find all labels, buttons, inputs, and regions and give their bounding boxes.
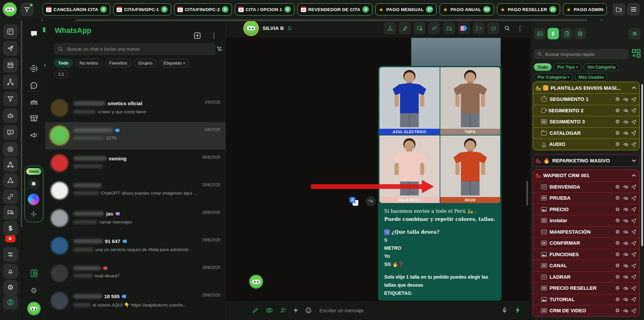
quick-reply-item[interactable]: CATALOGAR ⚙ [533, 127, 639, 139]
new-folder-button[interactable] [612, 3, 625, 16]
preview-eye-icon[interactable] [623, 240, 629, 246]
send-icon[interactable] [631, 108, 637, 113]
list-item[interactable]: nual desea? 29/8/2025 [45, 260, 226, 287]
network-button[interactable] [3, 157, 18, 172]
send-icon[interactable] [631, 274, 637, 280]
preview-eye-icon[interactable] [623, 218, 629, 224]
megaphone-tab[interactable] [22, 131, 45, 139]
chat-search-bar[interactable] [54, 43, 216, 55]
send-icon[interactable] [631, 308, 637, 314]
channels-tab[interactable] [22, 81, 45, 90]
send-icon[interactable] [631, 119, 637, 125]
filter-chip-favoritos[interactable]: Favoritos [105, 58, 131, 68]
grid-tool-icon[interactable]: ✣ [29, 210, 38, 218]
send-icon[interactable] [631, 240, 637, 246]
label-tab[interactable]: CITA / OPCION 1 0 [235, 3, 294, 15]
calendar-button[interactable] [3, 58, 18, 73]
menu-button[interactable] [627, 3, 640, 16]
contact-card-tab[interactable] [534, 28, 546, 39]
contact-name[interactable]: SILVIA B [263, 25, 284, 31]
emoji-icon[interactable] [305, 307, 312, 314]
payments-button[interactable]: $ [3, 221, 18, 236]
label-tab[interactable]: CITA/FIN/OPC-2 0 [174, 3, 232, 15]
quick-reply-item[interactable]: AUDIO ⚙ [533, 138, 639, 150]
list-item[interactable]: 18 595 el videos AQUÍ 👇 https://wapibotc… [45, 287, 226, 315]
filter-gear-icon[interactable] [216, 46, 223, 52]
forward-message-icon[interactable]: ↷ [366, 196, 376, 206]
filter-chip-grupos[interactable]: Grupos [134, 58, 157, 68]
exit-chat-button[interactable] [473, 22, 485, 34]
group-header[interactable]: PLANTILLAS ENVIOS MASI... [533, 82, 639, 93]
quick-reply-item[interactable]: PRECIO ⚙ [533, 204, 639, 215]
quick-reply-item[interactable]: PRUEBA ⚙ [533, 192, 639, 204]
panel-settings-tab[interactable]: ⚙ [574, 28, 586, 39]
send-icon[interactable] [631, 285, 637, 291]
quick-reply-search-input[interactable] [545, 51, 625, 57]
scroll-left-arrow[interactable]: ◂ [41, 18, 43, 22]
quick-reply-item[interactable]: LADRAR ⚙ [533, 271, 639, 283]
filter-chip-todo[interactable]: Todo [54, 58, 73, 68]
preview-eye-icon[interactable] [623, 251, 629, 257]
chevron-up-icon[interactable] [632, 174, 636, 177]
group-header[interactable]: 🔥 REPARKETING MASIVO [533, 155, 639, 166]
image-message[interactable]: AZUL ELÉCTRICO TOPO PALO ROSA ROJO Si ha… [378, 66, 501, 301]
copilot-icon[interactable] [28, 194, 39, 205]
send-icon[interactable] [631, 296, 637, 302]
quick-reply-item[interactable]: FUNCIONES ⚙ [533, 249, 639, 260]
workflow-button[interactable] [3, 75, 18, 89]
group-header[interactable]: WAPIBOT CRM 001 [533, 170, 639, 181]
item-settings-icon[interactable]: ⚙ [615, 184, 620, 190]
chat-menu-button[interactable]: ⋮ [211, 32, 217, 39]
list-item[interactable]: ChatGPT: ahora puedes crear imágenes aqu… [45, 177, 226, 205]
list-item[interactable]: 2270 1/9/2025 [45, 122, 226, 150]
panel-scrollbar[interactable] [641, 84, 643, 246]
status-tab[interactable] [22, 64, 45, 73]
filter-chip-no-leidos[interactable]: No leídos [75, 58, 103, 68]
mic-icon[interactable] [501, 307, 508, 314]
preview-eye-icon[interactable] [623, 108, 629, 113]
quick-reply-item[interactable]: CANAL ⚙ [533, 260, 639, 271]
workflow-button[interactable] [384, 22, 396, 34]
chat-menu-button[interactable]: ⋮ [515, 25, 525, 32]
youtube-icon[interactable] [3, 235, 18, 242]
label-tab[interactable]: REVENDEDOR DE CITA 0 [297, 3, 373, 15]
rings-icon[interactable] [266, 307, 273, 314]
list-item[interactable]: 91 647 usa un servicio seguro de Meta pa… [45, 232, 226, 260]
notes-tab[interactable] [561, 28, 572, 39]
chip-sin-categoria[interactable]: Sin Categoría [583, 63, 619, 71]
bot-toggle-avatar[interactable] [249, 275, 263, 288]
edit-icon[interactable] [252, 307, 259, 314]
item-settings-icon[interactable]: ⚙ [615, 263, 620, 269]
preview-eye-icon[interactable] [623, 195, 629, 201]
chip-por-tipo[interactable]: Por Tipo [554, 63, 582, 71]
link-button[interactable] [3, 189, 18, 204]
quick-reply-item[interactable]: BIENVENIDA ⚙ [533, 181, 639, 193]
list-item[interactable]: jas ramar mensajes 29/8/2025 [45, 205, 226, 232]
chevron-down-icon[interactable] [632, 159, 636, 162]
send-icon[interactable] [631, 206, 637, 212]
preview-eye-icon[interactable] [623, 130, 629, 136]
send-icon[interactable] [631, 251, 637, 257]
preview-eye-icon[interactable] [623, 119, 629, 125]
message-plus-button[interactable] [3, 125, 18, 140]
preview-eye-icon[interactable] [623, 96, 629, 102]
settings-button[interactable]: ⚙ [3, 280, 18, 295]
archive-bars-icon[interactable] [22, 268, 45, 278]
label-highlight-button[interactable] [458, 22, 470, 34]
item-settings-icon[interactable]: ⚙ [615, 274, 620, 280]
preview-eye-icon[interactable] [623, 296, 629, 302]
quick-reply-search[interactable] [534, 49, 629, 59]
preview-eye-icon[interactable] [623, 206, 629, 212]
preview-eye-icon[interactable] [623, 308, 629, 314]
item-settings-icon[interactable]: ⚙ [615, 195, 620, 201]
folder-forward-button[interactable] [443, 22, 455, 34]
label-tab[interactable]: CITA/FIN/OPC-1 0 [113, 3, 171, 15]
funnel-button[interactable] [3, 91, 18, 106]
label-tab[interactable]: PAGO ANUAL 63 [440, 3, 494, 15]
chip-mas-usadas[interactable]: Más Usadas [575, 73, 607, 81]
list-item[interactable]: smetics oficial e bien y que costo tiene… [45, 94, 226, 122]
quick-reply-item[interactable]: CRM DE VIDEO ⚙ [533, 305, 639, 316]
kanban-button[interactable] [3, 24, 18, 39]
send-icon[interactable] [631, 229, 637, 235]
quick-send-lightning-icon[interactable] [515, 307, 521, 314]
